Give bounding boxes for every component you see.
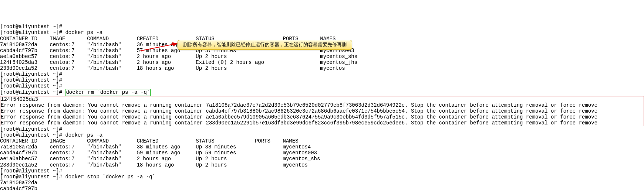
terminal-line: [root@aliyuntest ~]#	[0, 77, 644, 83]
terminal-line: 233d90ec1a52 centos:7 "/bin/bash" 18 hou…	[0, 65, 644, 71]
terminal-line: [root@aliyuntest ~]#	[0, 83, 644, 89]
terminal-line: CONTAINER ID IMAGE COMMAND CREATED STATU…	[0, 138, 644, 144]
terminal-line: [root@aliyuntest ~]#	[0, 24, 644, 30]
removed-id: 124f54025da3	[1, 96, 38, 102]
terminal-line: [root@aliyuntest ~]# docker ps -a	[0, 132, 644, 138]
terminal-line: 124f54025da3 centos:7 "/bin/bash" 2 hour…	[0, 59, 644, 65]
terminal-line: ae1a0abbec57 centos:7 "/bin/bash" 2 hour…	[0, 54, 644, 59]
terminal-line: [root@aliyuntest ~]#	[0, 126, 644, 132]
annotation-callout: 删除所有容器，智能删除已经停止运行的容器，正在运行的容器需要先停再删	[178, 40, 352, 50]
callout-text: 删除所有容器，智能删除已经停止运行的容器，正在运行的容器需要先停再删	[183, 42, 347, 47]
terminal-line: 7a18108a72da	[0, 180, 644, 186]
terminal-line: [root@aliyuntest ~]# docker rm `docker p…	[0, 89, 644, 96]
terminal-line: 7a18108a72da centos:7 "/bin/bash" 38 min…	[0, 144, 644, 150]
terminal-line: [root@aliyuntest ~]# docker stop `docker…	[0, 174, 644, 180]
terminal-line: cabda4cf797b	[0, 186, 644, 192]
terminal-line: [root@aliyuntest ~]# docker ps -a	[0, 30, 644, 35]
error-block: 124f54025da3 Error response from daemon:…	[0, 96, 644, 126]
terminal-line: cabda4cf797b centos:7 "/bin/bash" 59 min…	[0, 150, 644, 156]
highlighted-command: docker rm `docker ps -a -q`	[65, 89, 151, 96]
terminal-line: ae1a0abbec57 centos:7 "/bin/bash" 2 hour…	[0, 156, 644, 162]
terminal-line: 233d90ec1a52 centos:7 "/bin/bash" 18 hou…	[0, 162, 644, 168]
terminal-line: [root@aliyuntest ~]#	[0, 168, 644, 174]
terminal-line: [root@aliyuntest ~]#	[0, 71, 644, 77]
